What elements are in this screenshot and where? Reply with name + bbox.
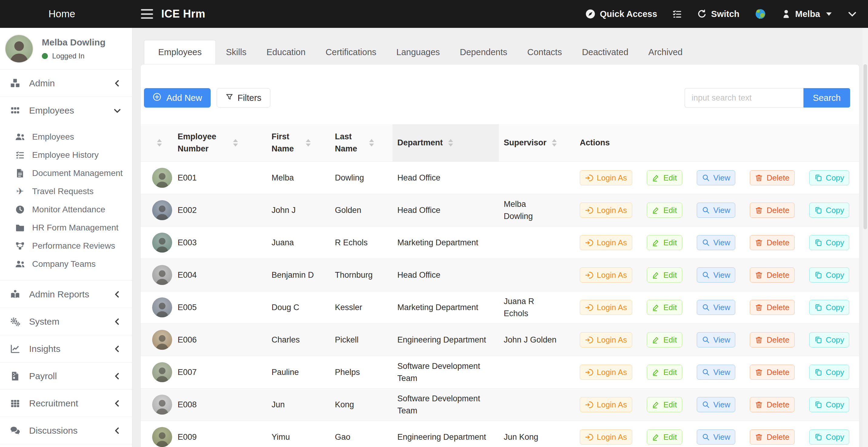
login-as-button[interactable]: Login As — [580, 300, 632, 315]
tab-skills[interactable]: Skills — [216, 40, 256, 64]
delete-button[interactable]: Delete — [750, 365, 794, 380]
sidebar-item-hr-form-management[interactable]: HR Form Management — [0, 219, 132, 237]
edit-button[interactable]: Edit — [647, 429, 682, 445]
file-icon — [14, 169, 26, 178]
magnifier-icon — [702, 174, 710, 182]
employee-number-cell: E008 — [173, 388, 267, 421]
pen-icon — [652, 401, 660, 409]
copy-button[interactable]: Copy — [809, 365, 849, 380]
chevron-left-icon — [113, 318, 121, 325]
quick-access-button[interactable]: Quick Access — [585, 9, 657, 19]
copy-button[interactable]: Copy — [809, 235, 849, 250]
app-brand[interactable]: ICE Hrm — [161, 0, 206, 28]
edit-button[interactable]: Edit — [647, 332, 682, 347]
view-button[interactable]: View — [697, 397, 736, 412]
edit-button[interactable]: Edit — [647, 170, 682, 185]
sidebar-item-system[interactable]: System — [0, 308, 132, 335]
view-button[interactable]: View — [697, 429, 736, 445]
login-as-button[interactable]: Login As — [580, 170, 632, 185]
sidebar-item-payroll[interactable]: Payroll — [0, 363, 132, 390]
view-button[interactable]: View — [697, 267, 736, 282]
sidebar-item-recruitment[interactable]: Recruitment — [0, 390, 132, 417]
chevron-left-icon — [113, 290, 121, 298]
sidebar-item-travel-requests[interactable]: ✈ Travel Requests — [0, 182, 132, 201]
login-as-button[interactable]: Login As — [580, 397, 632, 412]
view-button[interactable]: View — [697, 300, 736, 315]
header-first-name[interactable]: First Name — [267, 124, 330, 162]
search-input[interactable] — [685, 88, 803, 107]
delete-button[interactable]: Delete — [750, 203, 794, 218]
header-employee-number[interactable]: Employee Number — [173, 124, 267, 162]
copy-button[interactable]: Copy — [809, 267, 849, 282]
sidebar-item-performance-reviews[interactable]: Performance Reviews — [0, 237, 132, 255]
sidebar-item-admin[interactable]: Admin — [0, 70, 132, 97]
copy-button[interactable]: Copy — [809, 203, 849, 218]
edit-button[interactable]: Edit — [647, 300, 682, 315]
tasks-list-button[interactable] — [672, 9, 682, 19]
edit-button[interactable]: Edit — [647, 203, 682, 218]
copy-button[interactable]: Copy — [809, 332, 849, 347]
sidebar-item-insights[interactable]: Insights — [0, 335, 132, 363]
hamburger-menu-icon[interactable] — [141, 8, 153, 20]
delete-button[interactable]: Delete — [750, 397, 794, 412]
edit-button[interactable]: Edit — [647, 235, 682, 250]
header-department[interactable]: Department — [393, 124, 499, 162]
tab-dependents[interactable]: Dependents — [450, 40, 517, 64]
sidebar: Melba Dowling Logged In Admin Employees — [0, 28, 132, 447]
delete-button[interactable]: Delete — [750, 300, 794, 315]
sidebar-item-discussions[interactable]: Discussions — [0, 417, 132, 444]
login-as-button[interactable]: Login As — [580, 429, 632, 445]
view-button[interactable]: View — [697, 365, 736, 380]
edit-button[interactable]: Edit — [647, 397, 682, 412]
tab-education[interactable]: Education — [256, 40, 315, 64]
tab-deactivated[interactable]: Deactivated — [572, 40, 638, 64]
delete-button[interactable]: Delete — [750, 429, 794, 445]
delete-button[interactable]: Delete — [750, 235, 794, 250]
login-as-button[interactable]: Login As — [580, 235, 632, 250]
header-last-name[interactable]: Last Name — [330, 124, 393, 162]
edit-button[interactable]: Edit — [647, 365, 682, 380]
tab-archived[interactable]: Archived — [638, 40, 692, 64]
sidebar-item-employees-list[interactable]: Employees — [0, 128, 132, 146]
tab-languages[interactable]: Languages — [386, 40, 450, 64]
filters-button[interactable]: Filters — [217, 88, 270, 107]
avatar-cell — [141, 162, 173, 194]
view-button[interactable]: View — [697, 332, 736, 347]
add-new-button[interactable]: Add New — [144, 88, 211, 107]
copy-icon — [814, 239, 822, 246]
language-globe-button[interactable] — [755, 8, 766, 20]
copy-button[interactable]: Copy — [809, 397, 849, 412]
header-avatar-column[interactable] — [141, 124, 173, 162]
tab-contacts[interactable]: Contacts — [517, 40, 572, 64]
switch-button[interactable]: Switch — [697, 9, 739, 19]
magnifier-icon — [702, 368, 710, 376]
search-button[interactable]: Search — [803, 88, 850, 107]
sidebar-item-company-teams[interactable]: Company Teams — [0, 255, 132, 273]
header-supervisor[interactable]: Supervisor — [499, 124, 573, 162]
copy-button[interactable]: Copy — [809, 429, 849, 445]
copy-button[interactable]: Copy — [809, 170, 849, 185]
login-as-button[interactable]: Login As — [580, 365, 632, 380]
delete-button[interactable]: Delete — [750, 332, 794, 347]
tab-certifications[interactable]: Certifications — [315, 40, 386, 64]
tab-employees[interactable]: Employees — [144, 40, 216, 64]
view-button[interactable]: View — [697, 170, 736, 185]
login-as-button[interactable]: Login As — [580, 203, 632, 218]
collapse-navbar-chevron[interactable] — [847, 8, 858, 20]
sidebar-item-admin-reports[interactable]: Admin Reports — [0, 281, 132, 308]
scrollbar-thumb[interactable] — [864, 64, 867, 229]
sidebar-item-employees[interactable]: Employees — [0, 97, 132, 124]
login-as-button[interactable]: Login As — [580, 332, 632, 347]
user-menu[interactable]: Melba — [781, 9, 832, 19]
sidebar-item-employee-history[interactable]: Employee History — [0, 146, 132, 164]
delete-button[interactable]: Delete — [750, 170, 794, 185]
view-button[interactable]: View — [697, 235, 736, 250]
sidebar-item-document-management[interactable]: Document Management — [0, 164, 132, 182]
login-as-button[interactable]: Login As — [580, 267, 632, 282]
sidebar-item-monitor-attendance[interactable]: Monitor Attendance — [0, 201, 132, 219]
delete-button[interactable]: Delete — [750, 267, 794, 282]
edit-button[interactable]: Edit — [647, 267, 682, 282]
view-button[interactable]: View — [697, 203, 736, 218]
copy-button[interactable]: Copy — [809, 300, 849, 315]
home-link[interactable]: Home — [49, 0, 75, 28]
